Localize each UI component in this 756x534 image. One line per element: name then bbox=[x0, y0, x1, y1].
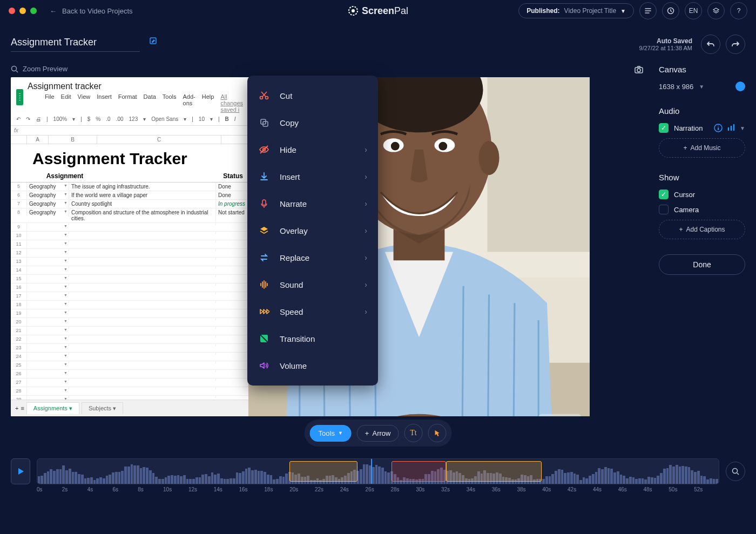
timeline: 0s2s4s6s8s10s12s14s16s18s20s22s24s26s28s… bbox=[0, 453, 756, 534]
empty-rows: 9▼10▼11▼12▼13▼14▼15▼16▼17▼18▼19▼20▼21▼22… bbox=[11, 223, 248, 413]
cursor-checkbox[interactable]: ✓ bbox=[659, 190, 669, 199]
play-button[interactable] bbox=[11, 458, 30, 484]
snapshot-icon[interactable] bbox=[634, 65, 644, 77]
list-button[interactable] bbox=[639, 2, 657, 19]
language-button[interactable]: EN bbox=[685, 2, 702, 19]
data-rows: 5Geography▼The issue of aging infrastruc… bbox=[11, 182, 248, 223]
ctx-speed[interactable]: Speed› bbox=[247, 298, 378, 325]
svg-rect-21 bbox=[538, 414, 581, 416]
col-c: C bbox=[97, 136, 221, 144]
help-button[interactable]: ? bbox=[730, 2, 747, 19]
done-button[interactable]: Done bbox=[659, 254, 745, 275]
time-label: 52s bbox=[694, 486, 719, 492]
tools-label: Tools bbox=[319, 429, 335, 437]
publish-dropdown[interactable]: Published: Video Project Title ▼ bbox=[518, 3, 634, 18]
add-captions-label: Add Captions bbox=[686, 226, 725, 233]
levels-icon[interactable] bbox=[727, 124, 735, 132]
properties-panel: Canvas 1638 x 986 ▼ Audio ✓ Narration ▼ … bbox=[648, 65, 745, 432]
history-button[interactable] bbox=[662, 2, 679, 19]
done-label: Done bbox=[693, 260, 711, 269]
window-maximize[interactable] bbox=[30, 8, 37, 14]
info-icon[interactable] bbox=[714, 124, 723, 132]
sheet-toolbar: ↶↷🖨| 100%▾| $%.0.00 123▾ Open Sans▾| 10▾… bbox=[11, 113, 248, 126]
time-label: 34s bbox=[467, 486, 492, 492]
ctx-hide[interactable]: Hide› bbox=[247, 136, 378, 163]
autosave-time: 9/27/22 at 11:38 AM bbox=[639, 45, 692, 51]
narration-checkbox[interactable]: ✓ bbox=[659, 123, 669, 133]
show-section-title: Show bbox=[659, 173, 745, 182]
table-row: 24▼ bbox=[11, 353, 248, 361]
time-label: 24s bbox=[340, 486, 366, 492]
time-label: 18s bbox=[264, 486, 289, 492]
timeline-track[interactable] bbox=[37, 458, 719, 484]
publish-value: Video Project Title bbox=[564, 7, 617, 15]
svg-point-23 bbox=[260, 97, 263, 99]
hdr-assignment: Assignment bbox=[11, 172, 97, 180]
ctx-label: Insert bbox=[280, 172, 300, 181]
ctx-narrate[interactable]: Narrate› bbox=[247, 190, 378, 217]
edit-title-icon[interactable] bbox=[149, 38, 158, 47]
time-label: 4s bbox=[87, 486, 113, 492]
clip-region-2[interactable] bbox=[392, 461, 446, 482]
insert-icon bbox=[258, 171, 270, 182]
font-value: Open Sans bbox=[151, 116, 178, 122]
menu-tools: Tools bbox=[163, 93, 177, 113]
svg-point-4 bbox=[12, 66, 17, 71]
spreadsheet-view: Assignment tracker File Edit View Insert… bbox=[11, 77, 248, 416]
ctx-sound[interactable]: Sound› bbox=[247, 271, 378, 298]
camera-checkbox[interactable] bbox=[659, 205, 669, 214]
add-music-button[interactable]: + Add Music bbox=[659, 138, 745, 158]
ctx-cut[interactable]: Cut bbox=[247, 82, 378, 109]
chevron-down-icon[interactable]: ▼ bbox=[740, 125, 745, 131]
svg-rect-28 bbox=[262, 200, 266, 205]
window-minimize[interactable] bbox=[19, 8, 26, 14]
tools-dropdown[interactable]: Tools ▼ bbox=[310, 425, 352, 442]
fmt-value: 123 bbox=[129, 116, 138, 122]
cursor-tool-button[interactable] bbox=[428, 424, 446, 442]
svg-point-24 bbox=[266, 97, 268, 99]
table-row: 17▼ bbox=[11, 292, 248, 301]
menu-file: File bbox=[45, 93, 55, 113]
timeline-zoom-button[interactable] bbox=[726, 462, 745, 481]
ctx-overlay[interactable]: Overlay› bbox=[247, 217, 378, 244]
time-label: 50s bbox=[669, 486, 694, 492]
table-row: 27▼ bbox=[11, 378, 248, 387]
time-labels: 0s2s4s6s8s10s12s14s16s18s20s22s24s26s28s… bbox=[37, 486, 719, 492]
window-close[interactable] bbox=[9, 8, 15, 14]
undo-button[interactable] bbox=[701, 35, 720, 54]
back-label: Back to Video Projects bbox=[62, 7, 133, 15]
table-row: 26▼ bbox=[11, 370, 248, 378]
ctx-transition[interactable]: Transition bbox=[247, 325, 378, 352]
time-label: 0s bbox=[37, 486, 62, 492]
time-label: 44s bbox=[593, 486, 618, 492]
tools-context-menu: CutCopyHide›Insert›Narrate›Overlay›Repla… bbox=[247, 76, 378, 386]
canvas-dimensions-dropdown[interactable]: 1638 x 986 ▼ bbox=[659, 82, 745, 91]
ctx-copy[interactable]: Copy bbox=[247, 109, 378, 136]
clip-region-1[interactable] bbox=[289, 461, 357, 482]
canvas-color-picker[interactable] bbox=[735, 82, 745, 91]
ctx-insert[interactable]: Insert› bbox=[247, 163, 378, 190]
project-title[interactable]: Assignment Tracker bbox=[11, 37, 140, 52]
arrow-tool-button[interactable]: + Arrow bbox=[357, 425, 399, 442]
ctx-replace[interactable]: Replace› bbox=[247, 244, 378, 271]
zoom-preview-button[interactable]: Zoom Preview bbox=[11, 65, 648, 73]
layers-button[interactable] bbox=[707, 2, 725, 19]
menu-edit: Edit bbox=[61, 93, 71, 113]
redo-button[interactable] bbox=[726, 35, 745, 54]
playhead[interactable] bbox=[371, 458, 372, 484]
menu-view: View bbox=[78, 93, 91, 113]
back-to-projects[interactable]: ← Back to Video Projects bbox=[50, 7, 133, 15]
narration-label: Narration bbox=[674, 124, 703, 132]
sheet-tab-1: Assignments ▾ bbox=[26, 402, 79, 414]
time-label: 40s bbox=[542, 486, 568, 492]
autosave-status: Auto Saved 9/27/22 at 11:38 AM bbox=[639, 37, 692, 51]
plus-icon: + bbox=[679, 226, 683, 233]
table-row: 12▼ bbox=[11, 249, 248, 258]
table-row: 20▼ bbox=[11, 318, 248, 327]
clip-region-3[interactable] bbox=[446, 461, 542, 482]
ctx-volume[interactable]: Volume bbox=[247, 352, 378, 379]
time-label: 36s bbox=[492, 486, 517, 492]
text-tool-button[interactable]: Tt bbox=[404, 424, 422, 442]
chevron-right-icon: › bbox=[364, 253, 367, 262]
add-captions-button[interactable]: + Add Captions bbox=[659, 220, 745, 239]
